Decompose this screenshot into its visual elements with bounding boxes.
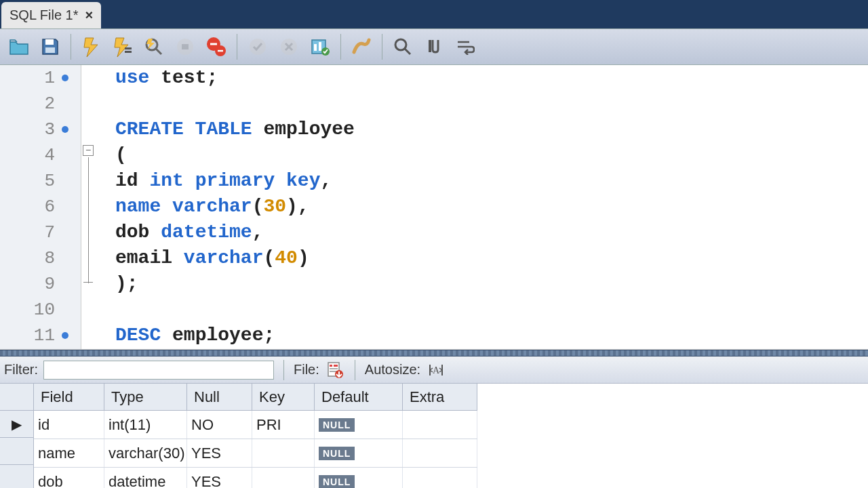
col-header-null[interactable]: Null — [187, 384, 252, 410]
grid-corner — [0, 384, 33, 411]
autocommit-button[interactable] — [307, 33, 334, 60]
null-badge: NULL — [319, 447, 355, 460]
pane-splitter[interactable] — [0, 350, 868, 357]
fold-toggle-icon[interactable]: − — [83, 145, 94, 156]
svg-text:A: A — [433, 365, 440, 375]
show-whitespace-button[interactable] — [420, 33, 448, 60]
col-header-extra[interactable]: Extra — [403, 384, 477, 410]
export-file-button[interactable] — [325, 360, 345, 380]
execute-current-button[interactable] — [109, 33, 136, 60]
stop-button — [172, 33, 199, 60]
rollback-button — [275, 33, 302, 60]
filter-label: Filter: — [4, 362, 38, 378]
code-editor[interactable]: 1 2 3 4 5 6 7 8 9 10 11 − use test; CREA… — [0, 65, 868, 350]
svg-rect-14 — [429, 40, 431, 52]
autosize-button[interactable]: A — [426, 360, 446, 380]
table-row[interactable]: name varchar(30) YES NULL — [34, 439, 477, 468]
svg-rect-0 — [45, 39, 54, 45]
col-header-type[interactable]: Type — [104, 384, 187, 410]
svg-rect-16 — [330, 365, 332, 367]
null-badge: NULL — [319, 418, 355, 432]
col-header-field[interactable]: Field — [34, 384, 104, 410]
row-selector[interactable]: ▶ — [0, 411, 33, 438]
grid-header-row: Field Type Null Key Default Extra — [34, 384, 477, 411]
tab-sql-file[interactable]: SQL File 1* × — [1, 2, 101, 28]
explain-button[interactable] — [140, 33, 167, 60]
tab-bar: SQL File 1* × — [0, 0, 868, 28]
results-toolbar: Filter: File: Autosize: A — [0, 357, 868, 384]
fold-column: − — [81, 65, 96, 349]
row-pointer-icon: ▶ — [12, 416, 22, 432]
svg-rect-1 — [45, 47, 55, 53]
commit-button — [244, 33, 271, 60]
results-grid: ▶ Field Type Null Key Default Extra id i… — [0, 384, 477, 488]
save-button[interactable] — [37, 33, 64, 60]
svg-rect-17 — [334, 365, 338, 367]
svg-rect-18 — [330, 368, 338, 369]
svg-rect-2 — [125, 47, 132, 49]
svg-rect-3 — [125, 51, 132, 53]
open-file-button[interactable] — [5, 33, 33, 60]
autosize-label: Autosize: — [365, 362, 420, 378]
execute-button[interactable] — [78, 33, 105, 60]
wrap-button[interactable] — [452, 33, 479, 60]
null-badge: NULL — [319, 475, 355, 489]
toolbar — [0, 28, 868, 65]
table-row[interactable]: dob datetime YES NULL — [34, 468, 477, 488]
close-icon[interactable]: × — [85, 7, 94, 23]
stop-all-button[interactable] — [203, 33, 230, 60]
row-selector[interactable] — [0, 438, 33, 465]
file-label: File: — [294, 362, 319, 378]
svg-point-13 — [395, 39, 406, 50]
find-button[interactable] — [389, 33, 416, 60]
row-selector[interactable] — [0, 465, 33, 488]
code-area[interactable]: use test; CREATE TABLE employee ( id int… — [96, 65, 868, 349]
svg-rect-6 — [182, 44, 189, 49]
filter-input[interactable] — [43, 361, 274, 380]
col-header-key[interactable]: Key — [252, 384, 315, 410]
table-row[interactable]: id int(11) NO PRI NULL — [34, 411, 477, 439]
col-header-default[interactable]: Default — [315, 384, 403, 410]
tab-title: SQL File 1* — [9, 7, 79, 23]
beautify-button[interactable] — [348, 33, 375, 60]
line-gutter: 1 2 3 4 5 6 7 8 9 10 11 — [0, 65, 81, 349]
